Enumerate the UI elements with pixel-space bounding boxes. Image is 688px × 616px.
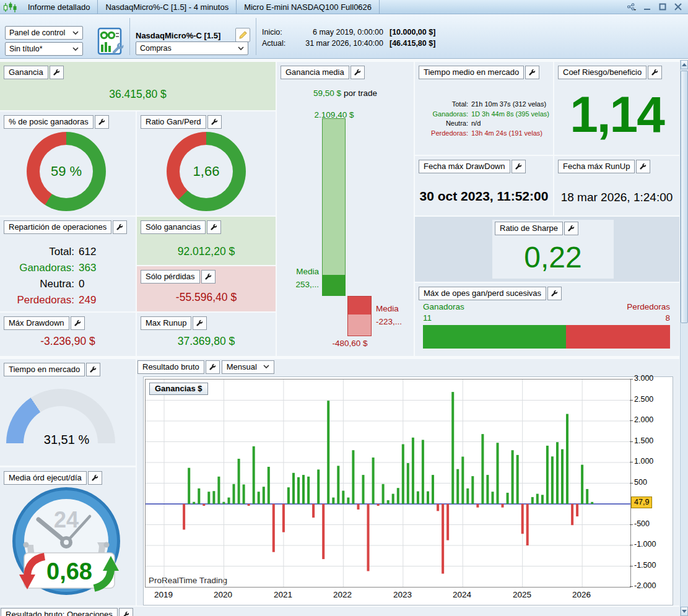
panel-select[interactable]: Panel de control <box>5 26 83 40</box>
loss-max-label: -480,60 $ <box>319 339 381 348</box>
wrench-icon[interactable] <box>95 115 109 129</box>
wrench-icon[interactable] <box>71 316 85 330</box>
panel-max-opes-title: Máx de opes gan/perd sucesivas <box>419 287 546 300</box>
reparticion-rows: Total:612Ganadoras:363Neutra:0Perdedoras… <box>0 244 96 308</box>
panel-ganancia: Ganancia 36.415,80 $ <box>0 62 276 110</box>
stat-row: Perdedoras:249 <box>0 292 96 308</box>
fecha-ru-value: 18 mar 2026, 1:24:00 <box>554 191 679 204</box>
titlebar: Informe detallado NasdaqMicro%-C [1.5] -… <box>0 0 688 14</box>
solo-perd-value: -55.596,40 $ <box>137 291 276 304</box>
loss-media-label: Media-223,... <box>376 302 413 328</box>
panel-ratio-ganperd: Ratio Gan/Perd 1,66 <box>137 111 276 215</box>
close-button[interactable] <box>673 2 683 12</box>
media-ord-value: 0,68 <box>46 558 92 584</box>
panel-sharpe-title: Ratio de Sharpe <box>495 222 563 235</box>
ratio-ganperd-value: 1,66 <box>167 132 246 211</box>
panel-coef-title: Coef Riesgo/beneficio <box>558 66 647 79</box>
panel-solo-gan-title: Sólo ganancias <box>141 220 206 234</box>
app-candlestick-icon <box>0 0 20 14</box>
wrench-icon[interactable] <box>564 222 578 235</box>
max-opes-win-bar <box>423 325 566 349</box>
panel-fecha-drawdown: Fecha máx DrawDown 30 oct 2023, 11:52:00 <box>415 156 553 215</box>
wrench-icon[interactable] <box>50 66 64 79</box>
tab-strategy[interactable]: NasdaqMicro%-C [1.5] - 4 minutos <box>98 0 237 14</box>
avg-win-bar <box>322 118 346 296</box>
panel-pct-ganadoras: % de posic ganadoras 59 % <box>0 111 136 215</box>
wrench-icon[interactable] <box>207 115 222 129</box>
panel-max-dd-title: Máx Drawdown <box>4 316 69 330</box>
scroll-up-button[interactable] <box>681 60 688 69</box>
panel-tiempo-mercado: Tiempo en mercado 31,51 % <box>0 359 136 466</box>
minimize-button[interactable] <box>642 2 652 12</box>
panel-max-drawdown: Máx Drawdown -3.236,90 $ <box>0 313 136 356</box>
wrench-icon[interactable] <box>525 66 539 79</box>
tab-informe-detallado[interactable]: Informe detallado <box>20 0 98 14</box>
strategy-name: NasdaqMicro%-C [1.5] <box>136 31 220 40</box>
wrench-icon[interactable] <box>113 220 127 234</box>
wrench-icon[interactable] <box>193 316 207 330</box>
panel-ganancia-title: Ganancia <box>4 66 48 79</box>
wrench-icon[interactable] <box>512 160 526 173</box>
wrench-icon[interactable] <box>86 363 100 376</box>
scroll-down-button[interactable] <box>681 607 688 616</box>
wrench-icon[interactable] <box>351 66 365 79</box>
wrench-icon[interactable] <box>547 287 562 300</box>
chevron-down-icon <box>238 44 244 53</box>
avg-loss-bar <box>347 315 372 336</box>
vertical-scrollbar[interactable] <box>680 60 688 616</box>
wrench-icon[interactable] <box>648 66 662 79</box>
panel-ganmedia-title: Ganancia media <box>281 66 349 79</box>
wrench-icon[interactable] <box>636 160 650 173</box>
chart-legend[interactable]: Ganancias $ <box>149 383 208 395</box>
chart-last-value: 47,9 <box>631 497 652 508</box>
avg-win-media-bar <box>322 275 346 296</box>
max-opes-loss-bar <box>566 325 670 349</box>
wrench-icon[interactable] <box>207 220 221 234</box>
panel-bottom-title: Resultado bruto: Operaciones <box>1 608 118 616</box>
strategy-chart-icon[interactable] <box>97 27 124 59</box>
side-select[interactable]: Compras <box>136 41 248 55</box>
panel-tiempo-medio-title: Tiempo medio en mercado <box>419 66 524 79</box>
stat-row: Neutra:0 <box>0 276 96 292</box>
stat-row: Total:21h 10m 37s (312 velas) <box>416 100 549 110</box>
max-opes-loss: Perdedoras8 <box>627 301 670 324</box>
wrench-icon[interactable] <box>119 608 133 616</box>
inicio-row: Inicio: 6 may 2019, 0:00:00 [10.000,00 $… <box>262 28 435 37</box>
panel-max-opes: Máx de opes gan/perd sucesivas Ganadoras… <box>415 283 679 356</box>
panel-max-ru-title: Max Runup <box>141 316 191 330</box>
panel-media-ordenes: Media órd ejecut/día 24 0,68 <box>0 467 136 605</box>
period-select[interactable]: Mensual <box>222 360 274 374</box>
actual-row: Actual: 31 mar 2026, 10:40:00 [46.415,80… <box>262 39 435 48</box>
panel-reparticion: Repartición de operaciones Total:612Gana… <box>0 217 136 311</box>
wrench-icon[interactable] <box>88 471 102 485</box>
edit-pencil-button[interactable] <box>235 28 250 42</box>
tab-instrument[interactable]: Micro E-mini NASDAQ100 Full0626 <box>237 0 380 14</box>
stat-row: Total:612 <box>0 244 96 260</box>
panel-resultado-title: Resultado bruto <box>137 360 204 374</box>
win-media-label: Media253,... <box>277 265 319 291</box>
wrench-icon[interactable] <box>201 270 216 284</box>
share-icon[interactable] <box>627 2 637 12</box>
sharpe-value: 0,22 <box>492 240 614 274</box>
panel-resultado-bruto: Resultado bruto Mensual Ganancias $ ProR… <box>137 359 679 605</box>
panel-ratio-title: Ratio Gan/Perd <box>141 115 206 129</box>
toolbar: Panel de control Sin título* NasdaqMicro… <box>0 14 688 59</box>
panel-pct-title: % de posic ganadoras <box>4 115 94 129</box>
maximize-button[interactable] <box>658 2 668 12</box>
tiempo-mercado-value: 31,51 % <box>0 433 133 447</box>
solo-gan-value: 92.012,20 $ <box>137 245 276 258</box>
resultado-chart: Ganancias $ ProRealTime Trading 3.0002.5… <box>143 376 673 605</box>
wrench-icon[interactable] <box>206 360 220 374</box>
ganancia-value: 36.415,80 $ <box>0 88 276 101</box>
scrollbar-thumb[interactable] <box>681 71 688 323</box>
panel-solo-perd-title: Sólo pérdidas <box>141 270 200 284</box>
layout-select[interactable]: Sin título* <box>5 42 83 56</box>
chevron-down-icon <box>72 28 79 37</box>
panel-reparticion-title: Repartición de operaciones <box>4 220 111 234</box>
pct-ganadoras-value: 59 % <box>27 132 106 211</box>
panel-fecha-dd-title: Fecha máx DrawDown <box>419 160 510 173</box>
fecha-dd-value: 30 oct 2023, 11:52:00 <box>415 189 553 204</box>
panel-fecha-runup: Fecha máx RunUp 18 mar 2026, 1:24:00 <box>554 156 679 215</box>
max-opes-win: Ganadoras11 <box>423 301 464 324</box>
panel-solo-perdidas: Sólo pérdidas -55.596,40 $ <box>137 266 276 311</box>
